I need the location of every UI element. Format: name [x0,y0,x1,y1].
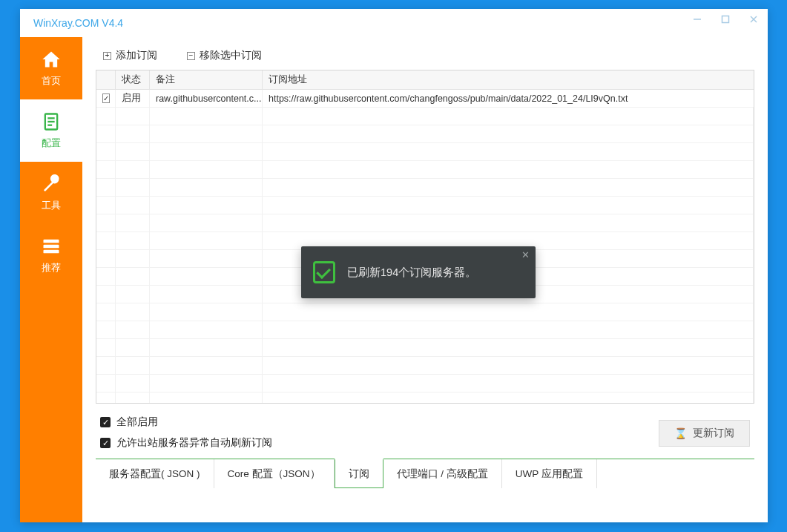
tab-server-config[interactable]: 服务器配置( JSON ) [96,459,214,488]
header-status[interactable]: 状态 [116,70,150,89]
plus-icon: + [103,52,111,60]
home-icon [41,49,62,70]
sidebar-item-tools[interactable]: 工具 [20,162,82,224]
checkbox-icon [102,93,110,103]
minimize-button[interactable] [683,9,711,30]
sidebar-item-label: 推荐 [42,261,61,275]
row-note-cell: raw.githubusercontent.c... [150,90,263,107]
sidebar-item-label: 工具 [42,199,61,212]
option-label: 允许出站服务器异常自动刷新订阅 [116,436,272,450]
wrench-icon [41,174,62,194]
add-subscription-button[interactable]: + 添加订阅 [103,49,157,62]
toast-message: 已刷新194个订阅服务器。 [347,266,476,280]
tab-proxy-port[interactable]: 代理端口 / 高级配置 [383,459,502,488]
checked-icon [100,417,111,427]
row-status-cell: 启用 [116,90,150,107]
tab-subscription[interactable]: 订阅 [335,459,383,488]
checked-icon [100,438,111,448]
titlebar[interactable]: WinXray.COM V4.4 [20,9,768,37]
sidebar-item-config[interactable]: 配置 [20,99,82,162]
button-label: 更新订阅 [693,427,734,440]
tab-core-config[interactable]: Core 配置（JSON） [214,459,335,488]
toolbar-label: 添加订阅 [116,49,157,62]
sidebar-item-label: 首页 [42,74,61,88]
maximize-button[interactable] [711,9,740,30]
remove-subscription-button[interactable]: − 移除选中订阅 [187,49,262,62]
minimize-icon [693,15,702,24]
toast-close-button[interactable]: ✕ [521,249,530,260]
svg-rect-8 [44,240,59,243]
header-checkbox[interactable] [96,70,116,89]
header-url[interactable]: 订阅地址 [263,70,754,89]
enable-all-checkbox[interactable]: 全部启用 [100,416,272,429]
option-label: 全部启用 [116,416,158,429]
header-note[interactable]: 备注 [150,70,263,89]
sidebar-item-recommend[interactable]: 推荐 [20,224,82,286]
svg-rect-1 [722,16,729,23]
app-title: WinXray.COM V4.4 [33,17,123,29]
subscription-table: 状态 备注 订阅地址 启用 raw.githubusercontent.c...… [96,70,754,404]
hourglass-icon: ⌛ [674,427,687,439]
table-row[interactable]: 启用 raw.githubusercontent.c... https://ra… [96,90,754,108]
close-button[interactable] [740,9,768,30]
update-subscription-button[interactable]: ⌛ 更新订阅 [659,420,750,447]
toolbar: + 添加订阅 − 移除选中订阅 [96,46,754,70]
auto-refresh-checkbox[interactable]: 允许出站服务器异常自动刷新订阅 [100,436,272,450]
svg-rect-9 [44,245,59,249]
toolbar-label: 移除选中订阅 [200,49,262,62]
bottom-tabs: 服务器配置( JSON ) Core 配置（JSON） 订阅 代理端口 / 高级… [96,459,754,488]
sidebar-item-home[interactable]: 首页 [20,37,82,99]
minus-icon: − [187,52,195,60]
close-icon [749,15,758,24]
svg-rect-10 [44,250,59,254]
table-header: 状态 备注 订阅地址 [96,70,754,90]
sidebar-item-label: 配置 [42,137,61,150]
toast-notification: 已刷新194个订阅服务器。 ✕ [301,246,536,298]
document-icon [41,111,62,132]
window-controls [683,9,768,31]
options-bar: 全部启用 允许出站服务器异常自动刷新订阅 ⌛ 更新订阅 [96,404,754,454]
row-checkbox-cell[interactable] [96,90,116,107]
options-left: 全部启用 允许出站服务器异常自动刷新订阅 [100,416,272,450]
row-url-cell: https://raw.githubusercontent.com/changf… [263,90,754,107]
app-window: WinXray.COM V4.4 首页 配置 [20,9,768,522]
app-body: 首页 配置 工具 推荐 + 添加订阅 − [20,37,768,522]
tab-uwp[interactable]: UWP 应用配置 [502,459,597,488]
sidebar: 首页 配置 工具 推荐 [20,37,82,522]
main-panel: + 添加订阅 − 移除选中订阅 状态 备注 订阅地址 [82,37,768,522]
maximize-icon [721,15,730,24]
server-icon [41,236,62,257]
success-check-icon [313,261,335,283]
